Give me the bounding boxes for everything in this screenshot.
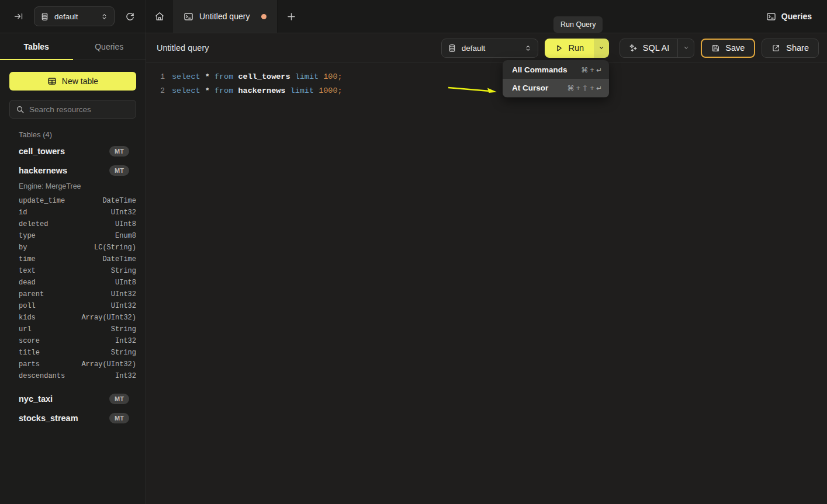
column-name: descendants <box>19 372 65 380</box>
sql-ai-label: SQL AI <box>643 43 669 53</box>
table-row[interactable]: cell_towersMT <box>0 141 146 161</box>
main-panel: Untitled query default Run <box>146 33 827 504</box>
table-row[interactable]: hackernewsMT <box>0 161 146 180</box>
column-type: Int32 <box>115 337 136 345</box>
column-type: UInt32 <box>111 302 136 310</box>
search-input[interactable] <box>29 105 133 114</box>
sql-ai-button[interactable]: SQL AI <box>620 39 677 57</box>
query-toolbar: Untitled query default Run <box>146 33 827 63</box>
table-row[interactable]: stocks_streamMT <box>0 408 146 427</box>
column-name: kids <box>19 314 36 322</box>
column-row: textString <box>0 265 146 277</box>
toolbar-controls: default Run <box>441 39 819 58</box>
code-token: cell_towers <box>238 72 295 81</box>
queries-button[interactable]: Queries <box>766 12 812 22</box>
run-button-label: Run <box>569 43 584 53</box>
play-icon <box>555 44 563 53</box>
sql-ai-options-button[interactable] <box>677 39 694 57</box>
new-table-button[interactable]: New table <box>9 72 136 91</box>
toolbar-database-selector[interactable]: default <box>441 39 538 58</box>
chevron-updown-icon <box>524 44 532 52</box>
column-type: LC(String) <box>94 244 136 252</box>
refresh-icon <box>125 12 135 22</box>
new-tab-button[interactable] <box>278 0 304 33</box>
code-line: 1select * from cell_towers limit 100; <box>157 69 827 84</box>
sql-editor[interactable]: 1select * from cell_towers limit 100;2se… <box>146 63 827 98</box>
home-icon <box>154 11 165 22</box>
share-button[interactable]: Share <box>762 39 819 58</box>
table-engine-badge: MT <box>109 413 129 423</box>
run-options-button[interactable] <box>594 39 609 58</box>
column-name: url <box>19 325 32 333</box>
column-type: String <box>111 267 136 275</box>
sidebar-tab-queries[interactable]: Queries <box>73 33 146 60</box>
column-type: UInt8 <box>115 220 136 228</box>
column-name: id <box>19 208 27 217</box>
queries-button-label: Queries <box>781 12 812 21</box>
toolbar-database-value: default <box>462 44 519 53</box>
column-name: title <box>19 349 40 357</box>
refresh-button[interactable] <box>123 9 137 24</box>
column-type: UInt8 <box>115 279 136 287</box>
menu-item-shortcut: ⌘ + ⇧ + ↵ <box>568 84 602 92</box>
terminal-icon <box>766 12 776 22</box>
column-row: deletedUInt8 <box>0 218 146 230</box>
menu-item-at-cursor[interactable]: At Cursor⌘ + ⇧ + ↵ <box>503 79 609 97</box>
table-engine-label: Engine: MergeTree <box>0 180 146 195</box>
sql-ai-button-group: SQL AI <box>620 39 694 58</box>
code-token: from <box>214 72 238 81</box>
column-row: typeEnum8 <box>0 230 146 242</box>
chevron-updown-icon <box>101 13 108 20</box>
share-icon <box>771 44 780 53</box>
column-type: String <box>111 349 136 357</box>
column-type: DateTime <box>102 197 136 205</box>
sidebar-tabs: Tables Queries <box>0 33 146 60</box>
unsaved-changes-dot <box>261 14 267 19</box>
code-token: select <box>172 72 205 81</box>
topbar-left: default <box>0 0 146 33</box>
column-row: byLC(String) <box>0 242 146 253</box>
sidebar-tab-tables[interactable]: Tables <box>0 33 73 60</box>
table-engine-badge: MT <box>109 394 129 404</box>
line-number: 2 <box>157 86 165 95</box>
collapse-sidebar-button[interactable] <box>12 9 26 23</box>
code-line: 2select * from hackernews limit 1000; <box>157 84 827 98</box>
column-type: Array(UInt32) <box>81 314 136 322</box>
code-token: select <box>172 86 205 95</box>
database-icon <box>448 44 456 53</box>
table-name: cell_towers <box>19 147 109 156</box>
table-row[interactable]: nyc_taxiMT <box>0 389 146 408</box>
table-columns: update_timeDateTimeidUInt32deletedUInt8t… <box>0 195 146 382</box>
column-type: UInt32 <box>111 208 136 217</box>
code-token: hackernews <box>238 86 290 95</box>
sparkles-icon <box>628 43 638 53</box>
column-type: String <box>111 325 136 333</box>
database-icon <box>40 12 49 21</box>
chevron-down-icon <box>683 44 690 51</box>
query-title: Untitled query <box>157 43 441 53</box>
column-row: urlString <box>0 324 146 335</box>
tables-section-label: Tables (4) <box>19 130 136 139</box>
code-token: from <box>214 86 238 95</box>
tables-list: cell_towersMThackernewsMTEngine: MergeTr… <box>0 141 146 427</box>
top-bar: default Untitled query <box>0 0 827 33</box>
column-row: idUInt32 <box>0 207 146 218</box>
column-name: parts <box>19 360 40 369</box>
run-button[interactable]: Run <box>545 39 594 58</box>
run-button-group: Run <box>545 39 609 58</box>
tab-strip: Untitled query <box>146 0 766 33</box>
column-row: titleString <box>0 347 146 359</box>
sidebar: Tables Queries New table Tables (4) cell… <box>0 33 146 504</box>
column-row: pollUInt32 <box>0 300 146 312</box>
collapse-sidebar-icon <box>14 12 23 21</box>
home-button[interactable] <box>146 0 173 33</box>
menu-item-all-commands[interactable]: All Commands⌘ + ↵ <box>503 61 609 79</box>
column-name: time <box>19 255 36 263</box>
save-button[interactable]: Save <box>701 39 755 58</box>
tab-title: Untitled query <box>199 12 250 21</box>
table-name: stocks_stream <box>19 413 109 423</box>
code-token: limit <box>295 72 324 81</box>
tab-untitled-query[interactable]: Untitled query <box>173 0 278 33</box>
topbar-database-selector[interactable]: default <box>34 6 115 26</box>
code-token: 1000; <box>319 86 342 95</box>
